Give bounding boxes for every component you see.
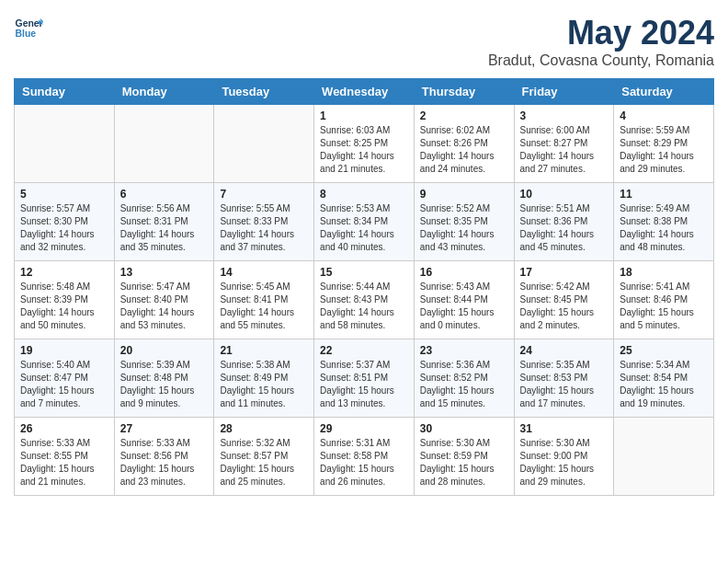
day-info: Sunrise: 5:44 AM Sunset: 8:43 PM Dayligh…: [320, 281, 408, 332]
calendar-cell: 15Sunrise: 5:44 AM Sunset: 8:43 PM Dayli…: [314, 261, 415, 339]
day-number: 29: [320, 422, 408, 435]
day-info: Sunrise: 5:30 AM Sunset: 9:00 PM Dayligh…: [520, 437, 609, 488]
day-number: 1: [320, 109, 408, 122]
day-number: 20: [120, 344, 209, 357]
day-info: Sunrise: 5:37 AM Sunset: 8:51 PM Dayligh…: [320, 359, 408, 410]
day-number: 13: [120, 266, 209, 279]
calendar-week-row: 5Sunrise: 5:57 AM Sunset: 8:30 PM Daylig…: [15, 183, 714, 261]
day-info: Sunrise: 6:02 AM Sunset: 8:26 PM Dayligh…: [420, 124, 508, 176]
day-number: 16: [420, 266, 508, 279]
day-number: 28: [220, 422, 308, 435]
day-info: Sunrise: 5:55 AM Sunset: 8:33 PM Dayligh…: [220, 202, 308, 254]
day-of-week-header: Thursday: [414, 79, 514, 105]
logo-icon: General Blue: [14, 14, 43, 43]
day-number: 11: [620, 188, 708, 201]
calendar-cell: 6Sunrise: 5:56 AM Sunset: 8:31 PM Daylig…: [114, 183, 214, 261]
day-info: Sunrise: 5:38 AM Sunset: 8:49 PM Dayligh…: [220, 359, 308, 410]
logo: General Blue: [14, 14, 43, 43]
calendar-cell: 23Sunrise: 5:36 AM Sunset: 8:52 PM Dayli…: [414, 339, 514, 418]
calendar-cell: 11Sunrise: 5:49 AM Sunset: 8:38 PM Dayli…: [614, 183, 714, 261]
day-info: Sunrise: 5:39 AM Sunset: 8:48 PM Dayligh…: [120, 359, 209, 410]
day-number: 24: [520, 344, 609, 357]
day-info: Sunrise: 5:33 AM Sunset: 8:55 PM Dayligh…: [20, 437, 108, 488]
page-header: General Blue May 2024 Bradut, Covasna Co…: [14, 14, 714, 69]
calendar-cell: 18Sunrise: 5:41 AM Sunset: 8:46 PM Dayli…: [614, 261, 714, 339]
day-number: 10: [520, 188, 609, 201]
day-of-week-header: Monday: [114, 79, 214, 105]
day-number: 31: [520, 422, 609, 435]
calendar-header-row: SundayMondayTuesdayWednesdayThursdayFrid…: [15, 79, 714, 105]
calendar-table: SundayMondayTuesdayWednesdayThursdayFrid…: [14, 78, 714, 496]
day-number: 15: [320, 266, 408, 279]
calendar-cell: 19Sunrise: 5:40 AM Sunset: 8:47 PM Dayli…: [15, 339, 115, 418]
calendar-week-row: 26Sunrise: 5:33 AM Sunset: 8:55 PM Dayli…: [15, 418, 714, 496]
day-number: 7: [220, 188, 308, 201]
calendar-cell: 4Sunrise: 5:59 AM Sunset: 8:29 PM Daylig…: [614, 105, 714, 183]
day-number: 14: [220, 266, 308, 279]
day-number: 2: [420, 109, 508, 122]
day-number: 25: [620, 344, 708, 357]
day-info: Sunrise: 5:34 AM Sunset: 8:54 PM Dayligh…: [620, 359, 708, 410]
day-number: 30: [420, 422, 508, 435]
calendar-cell: 16Sunrise: 5:43 AM Sunset: 8:44 PM Dayli…: [414, 261, 514, 339]
calendar-cell: 20Sunrise: 5:39 AM Sunset: 8:48 PM Dayli…: [114, 339, 214, 418]
calendar-cell: 12Sunrise: 5:48 AM Sunset: 8:39 PM Dayli…: [15, 261, 115, 339]
day-info: Sunrise: 5:51 AM Sunset: 8:36 PM Dayligh…: [520, 202, 609, 254]
calendar-cell: [15, 105, 115, 183]
day-info: Sunrise: 5:33 AM Sunset: 8:56 PM Dayligh…: [120, 437, 209, 488]
calendar-cell: 5Sunrise: 5:57 AM Sunset: 8:30 PM Daylig…: [15, 183, 115, 261]
day-number: 19: [20, 344, 108, 357]
month-title: May 2024: [488, 14, 714, 52]
day-number: 12: [20, 266, 108, 279]
calendar-cell: 10Sunrise: 5:51 AM Sunset: 8:36 PM Dayli…: [514, 183, 614, 261]
day-of-week-header: Sunday: [15, 79, 115, 105]
day-info: Sunrise: 5:30 AM Sunset: 8:59 PM Dayligh…: [420, 437, 508, 488]
day-info: Sunrise: 5:36 AM Sunset: 8:52 PM Dayligh…: [420, 359, 508, 410]
day-info: Sunrise: 5:41 AM Sunset: 8:46 PM Dayligh…: [620, 281, 708, 332]
calendar-cell: 7Sunrise: 5:55 AM Sunset: 8:33 PM Daylig…: [214, 183, 314, 261]
day-info: Sunrise: 5:45 AM Sunset: 8:41 PM Dayligh…: [220, 281, 308, 332]
calendar-cell: 30Sunrise: 5:30 AM Sunset: 8:59 PM Dayli…: [414, 418, 514, 496]
day-number: 9: [420, 188, 508, 201]
day-info: Sunrise: 5:53 AM Sunset: 8:34 PM Dayligh…: [320, 202, 408, 254]
day-number: 5: [20, 188, 108, 201]
calendar-cell: [114, 105, 214, 183]
day-of-week-header: Tuesday: [214, 79, 314, 105]
calendar-week-row: 1Sunrise: 6:03 AM Sunset: 8:25 PM Daylig…: [15, 105, 714, 183]
day-info: Sunrise: 5:32 AM Sunset: 8:57 PM Dayligh…: [220, 437, 308, 488]
day-of-week-header: Wednesday: [314, 79, 415, 105]
day-info: Sunrise: 5:43 AM Sunset: 8:44 PM Dayligh…: [420, 281, 508, 332]
day-info: Sunrise: 5:42 AM Sunset: 8:45 PM Dayligh…: [520, 281, 609, 332]
calendar-week-row: 12Sunrise: 5:48 AM Sunset: 8:39 PM Dayli…: [15, 261, 714, 339]
day-number: 3: [520, 109, 609, 122]
calendar-cell: 2Sunrise: 6:02 AM Sunset: 8:26 PM Daylig…: [414, 105, 514, 183]
day-number: 18: [620, 266, 708, 279]
day-number: 22: [320, 344, 408, 357]
day-info: Sunrise: 5:31 AM Sunset: 8:58 PM Dayligh…: [320, 437, 408, 488]
day-info: Sunrise: 5:57 AM Sunset: 8:30 PM Dayligh…: [20, 202, 108, 254]
calendar-cell: [614, 418, 714, 496]
day-number: 8: [320, 188, 408, 201]
calendar-cell: 24Sunrise: 5:35 AM Sunset: 8:53 PM Dayli…: [514, 339, 614, 418]
day-info: Sunrise: 6:03 AM Sunset: 8:25 PM Dayligh…: [320, 124, 408, 176]
day-number: 4: [620, 109, 708, 122]
svg-text:Blue: Blue: [16, 29, 37, 39]
calendar-cell: 28Sunrise: 5:32 AM Sunset: 8:57 PM Dayli…: [214, 418, 314, 496]
day-of-week-header: Saturday: [614, 79, 714, 105]
day-info: Sunrise: 6:00 AM Sunset: 8:27 PM Dayligh…: [520, 124, 609, 176]
day-info: Sunrise: 5:52 AM Sunset: 8:35 PM Dayligh…: [420, 202, 508, 254]
location-title: Bradut, Covasna County, Romania: [488, 52, 714, 69]
calendar-cell: 3Sunrise: 6:00 AM Sunset: 8:27 PM Daylig…: [514, 105, 614, 183]
calendar-cell: 8Sunrise: 5:53 AM Sunset: 8:34 PM Daylig…: [314, 183, 415, 261]
calendar-cell: 21Sunrise: 5:38 AM Sunset: 8:49 PM Dayli…: [214, 339, 314, 418]
title-area: May 2024 Bradut, Covasna County, Romania: [488, 14, 714, 69]
calendar-cell: 13Sunrise: 5:47 AM Sunset: 8:40 PM Dayli…: [114, 261, 214, 339]
day-info: Sunrise: 5:49 AM Sunset: 8:38 PM Dayligh…: [620, 202, 708, 254]
day-number: 26: [20, 422, 108, 435]
calendar-cell: 26Sunrise: 5:33 AM Sunset: 8:55 PM Dayli…: [15, 418, 115, 496]
day-info: Sunrise: 5:35 AM Sunset: 8:53 PM Dayligh…: [520, 359, 609, 410]
calendar-cell: 1Sunrise: 6:03 AM Sunset: 8:25 PM Daylig…: [314, 105, 415, 183]
day-number: 6: [120, 188, 209, 201]
calendar-cell: 14Sunrise: 5:45 AM Sunset: 8:41 PM Dayli…: [214, 261, 314, 339]
calendar-week-row: 19Sunrise: 5:40 AM Sunset: 8:47 PM Dayli…: [15, 339, 714, 418]
